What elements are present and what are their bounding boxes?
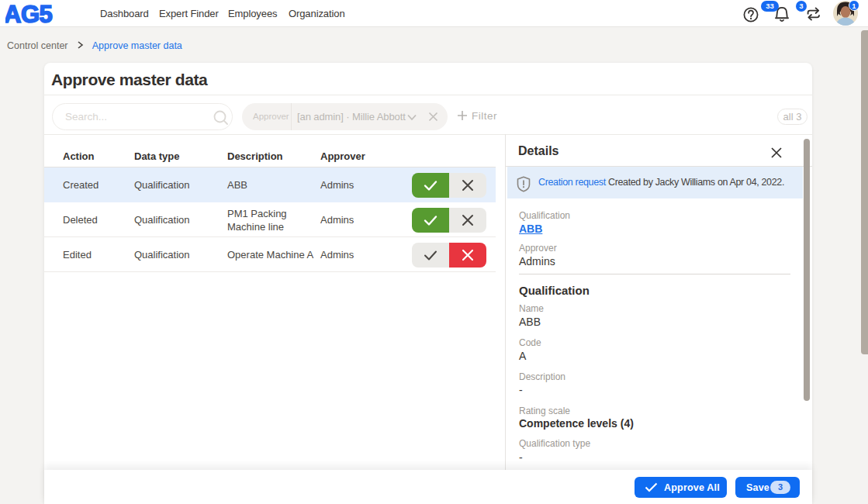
svg-text:AG5: AG5: [5, 2, 53, 26]
